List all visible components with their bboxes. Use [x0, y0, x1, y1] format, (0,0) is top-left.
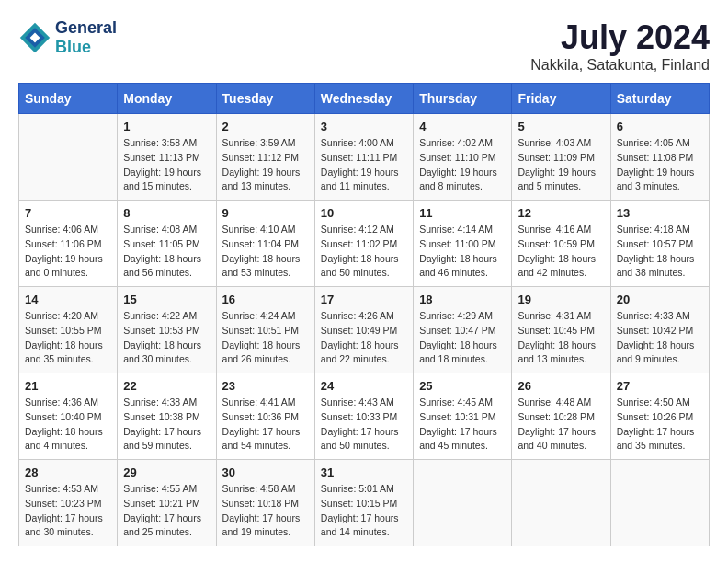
calendar-cell: 16Sunrise: 4:24 AM Sunset: 10:51 PM Dayl… [216, 287, 314, 373]
calendar-cell: 12Sunrise: 4:16 AM Sunset: 10:59 PM Dayl… [512, 201, 610, 287]
day-info: Sunrise: 4:00 AM Sunset: 11:11 PM Daylig… [321, 136, 407, 194]
day-number: 4 [419, 120, 506, 133]
calendar-cell [610, 460, 709, 546]
calendar-cell: 17Sunrise: 4:26 AM Sunset: 10:49 PM Dayl… [314, 287, 413, 373]
day-info: Sunrise: 4:24 AM Sunset: 10:51 PM Daylig… [222, 309, 309, 367]
day-number: 31 [321, 465, 407, 479]
day-number: 25 [419, 379, 506, 393]
logo: General Blue [18, 18, 117, 57]
day-number: 6 [617, 120, 703, 133]
day-number: 8 [123, 206, 210, 220]
day-number: 24 [321, 379, 407, 393]
calendar-cell: 21Sunrise: 4:36 AM Sunset: 10:40 PM Dayl… [19, 373, 118, 460]
calendar-cell [512, 460, 610, 546]
day-number: 28 [25, 465, 111, 479]
calendar-cell: 5Sunrise: 4:03 AM Sunset: 11:09 PM Dayli… [512, 114, 610, 201]
day-number: 1 [123, 120, 210, 133]
day-info: Sunrise: 4:08 AM Sunset: 11:05 PM Daylig… [123, 223, 210, 281]
header-sunday: Sunday [19, 84, 118, 114]
calendar-cell: 26Sunrise: 4:48 AM Sunset: 10:28 PM Dayl… [512, 373, 610, 460]
calendar-cell: 7Sunrise: 4:06 AM Sunset: 11:06 PM Dayli… [19, 201, 118, 287]
subtitle: Nakkila, Satakunta, Finland [530, 57, 710, 74]
day-number: 20 [617, 293, 703, 306]
header-friday: Friday [512, 84, 610, 114]
day-info: Sunrise: 3:58 AM Sunset: 11:13 PM Daylig… [123, 136, 210, 194]
day-info: Sunrise: 4:48 AM Sunset: 10:28 PM Daylig… [518, 396, 604, 454]
calendar-cell [19, 114, 118, 201]
calendar-cell: 11Sunrise: 4:14 AM Sunset: 11:00 PM Dayl… [414, 201, 512, 287]
day-number: 12 [518, 206, 604, 220]
day-info: Sunrise: 4:41 AM Sunset: 10:36 PM Daylig… [222, 396, 309, 454]
day-info: Sunrise: 3:59 AM Sunset: 11:12 PM Daylig… [222, 136, 309, 194]
day-info: Sunrise: 4:29 AM Sunset: 10:47 PM Daylig… [419, 309, 506, 367]
calendar-cell: 25Sunrise: 4:45 AM Sunset: 10:31 PM Dayl… [414, 373, 512, 460]
header-tuesday: Tuesday [216, 84, 314, 114]
calendar-cell: 27Sunrise: 4:50 AM Sunset: 10:26 PM Dayl… [610, 373, 709, 460]
day-number: 16 [222, 293, 309, 306]
day-info: Sunrise: 4:55 AM Sunset: 10:21 PM Daylig… [123, 482, 210, 540]
day-info: Sunrise: 4:06 AM Sunset: 11:06 PM Daylig… [25, 223, 111, 281]
day-number: 3 [321, 120, 407, 133]
calendar-cell: 14Sunrise: 4:20 AM Sunset: 10:55 PM Dayl… [19, 287, 118, 373]
calendar-table: SundayMondayTuesdayWednesdayThursdayFrid… [18, 83, 710, 546]
day-number: 27 [617, 379, 703, 393]
calendar-week-1: 1Sunrise: 3:58 AM Sunset: 11:13 PM Dayli… [19, 114, 710, 201]
calendar-week-5: 28Sunrise: 4:53 AM Sunset: 10:23 PM Dayl… [19, 460, 710, 546]
day-info: Sunrise: 4:10 AM Sunset: 11:04 PM Daylig… [222, 223, 309, 281]
day-info: Sunrise: 4:26 AM Sunset: 10:49 PM Daylig… [321, 309, 407, 367]
header-monday: Monday [118, 84, 216, 114]
calendar-cell: 3Sunrise: 4:00 AM Sunset: 11:11 PM Dayli… [314, 114, 413, 201]
calendar-cell: 22Sunrise: 4:38 AM Sunset: 10:38 PM Dayl… [118, 373, 216, 460]
title-block: July 2024 Nakkila, Satakunta, Finland [530, 18, 710, 74]
day-info: Sunrise: 4:05 AM Sunset: 11:08 PM Daylig… [617, 136, 703, 194]
page-header: General Blue July 2024 Nakkila, Satakunt… [18, 18, 710, 74]
calendar-week-2: 7Sunrise: 4:06 AM Sunset: 11:06 PM Dayli… [19, 201, 710, 287]
day-number: 19 [518, 293, 604, 306]
day-number: 7 [25, 206, 111, 220]
calendar-cell: 30Sunrise: 4:58 AM Sunset: 10:18 PM Dayl… [216, 460, 314, 546]
day-info: Sunrise: 4:43 AM Sunset: 10:33 PM Daylig… [321, 396, 407, 454]
day-info: Sunrise: 4:36 AM Sunset: 10:40 PM Daylig… [25, 396, 111, 454]
calendar-week-4: 21Sunrise: 4:36 AM Sunset: 10:40 PM Dayl… [19, 373, 710, 460]
day-number: 9 [222, 206, 309, 220]
calendar-cell [414, 460, 512, 546]
logo-icon [18, 21, 51, 54]
day-info: Sunrise: 4:50 AM Sunset: 10:26 PM Daylig… [617, 396, 703, 454]
calendar-week-3: 14Sunrise: 4:20 AM Sunset: 10:55 PM Dayl… [19, 287, 710, 373]
day-info: Sunrise: 4:22 AM Sunset: 10:53 PM Daylig… [123, 309, 210, 367]
calendar-cell: 9Sunrise: 4:10 AM Sunset: 11:04 PM Dayli… [216, 201, 314, 287]
calendar-cell: 2Sunrise: 3:59 AM Sunset: 11:12 PM Dayli… [216, 114, 314, 201]
day-info: Sunrise: 4:31 AM Sunset: 10:45 PM Daylig… [518, 309, 604, 367]
day-number: 10 [321, 206, 407, 220]
day-info: Sunrise: 5:01 AM Sunset: 10:15 PM Daylig… [321, 482, 407, 540]
calendar-cell: 8Sunrise: 4:08 AM Sunset: 11:05 PM Dayli… [118, 201, 216, 287]
calendar-cell: 10Sunrise: 4:12 AM Sunset: 11:02 PM Dayl… [314, 201, 413, 287]
calendar-cell: 24Sunrise: 4:43 AM Sunset: 10:33 PM Dayl… [314, 373, 413, 460]
day-number: 26 [518, 379, 604, 393]
day-info: Sunrise: 4:12 AM Sunset: 11:02 PM Daylig… [321, 223, 407, 281]
day-number: 23 [222, 379, 309, 393]
calendar-cell: 20Sunrise: 4:33 AM Sunset: 10:42 PM Dayl… [610, 287, 709, 373]
calendar-cell: 23Sunrise: 4:41 AM Sunset: 10:36 PM Dayl… [216, 373, 314, 460]
calendar-cell: 19Sunrise: 4:31 AM Sunset: 10:45 PM Dayl… [512, 287, 610, 373]
day-number: 15 [123, 293, 210, 306]
day-number: 2 [222, 120, 309, 133]
header-thursday: Thursday [414, 84, 512, 114]
day-info: Sunrise: 4:16 AM Sunset: 10:59 PM Daylig… [518, 223, 604, 281]
calendar-cell: 29Sunrise: 4:55 AM Sunset: 10:21 PM Dayl… [118, 460, 216, 546]
day-info: Sunrise: 4:53 AM Sunset: 10:23 PM Daylig… [25, 482, 111, 540]
day-info: Sunrise: 4:14 AM Sunset: 11:00 PM Daylig… [419, 223, 506, 281]
calendar-cell: 4Sunrise: 4:02 AM Sunset: 11:10 PM Dayli… [414, 114, 512, 201]
calendar-header-row: SundayMondayTuesdayWednesdayThursdayFrid… [19, 84, 710, 114]
day-number: 14 [25, 293, 111, 306]
day-number: 18 [419, 293, 506, 306]
calendar-cell: 18Sunrise: 4:29 AM Sunset: 10:47 PM Dayl… [414, 287, 512, 373]
day-number: 17 [321, 293, 407, 306]
day-info: Sunrise: 4:03 AM Sunset: 11:09 PM Daylig… [518, 136, 604, 194]
calendar-cell: 6Sunrise: 4:05 AM Sunset: 11:08 PM Dayli… [610, 114, 709, 201]
day-info: Sunrise: 4:20 AM Sunset: 10:55 PM Daylig… [25, 309, 111, 367]
calendar-cell: 28Sunrise: 4:53 AM Sunset: 10:23 PM Dayl… [19, 460, 118, 546]
calendar-cell: 31Sunrise: 5:01 AM Sunset: 10:15 PM Dayl… [314, 460, 413, 546]
calendar-cell: 1Sunrise: 3:58 AM Sunset: 11:13 PM Dayli… [118, 114, 216, 201]
day-number: 21 [25, 379, 111, 393]
